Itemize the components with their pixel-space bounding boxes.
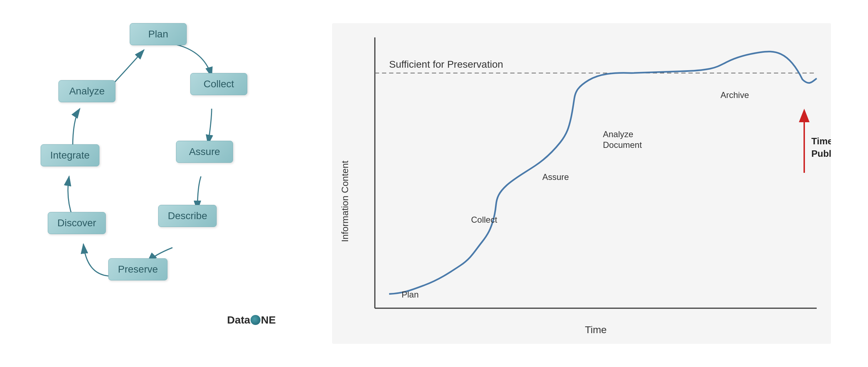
node-integrate-label: Integrate bbox=[50, 150, 90, 161]
node-analyze-label: Analyze bbox=[69, 86, 105, 97]
dataone-data-text: Data bbox=[227, 314, 250, 326]
node-analyze: Analyze bbox=[58, 80, 115, 102]
cycle-arrows bbox=[37, 12, 286, 355]
step-label-analyze: Analyze bbox=[603, 129, 633, 139]
step-label-assure: Assure bbox=[542, 172, 569, 182]
node-describe: Describe bbox=[158, 205, 217, 227]
node-discover-label: Discover bbox=[57, 217, 96, 228]
cycle-diagram: Plan Collect Assure Describe Preserve Di… bbox=[37, 12, 286, 355]
x-axis-label: Time bbox=[585, 324, 606, 335]
node-assure-label: Assure bbox=[189, 146, 220, 157]
publication-label: Publication bbox=[811, 148, 831, 159]
sufficient-label: Sufficient for Preservation bbox=[389, 59, 503, 70]
node-preserve-label: Preserve bbox=[118, 264, 158, 275]
y-axis-label: Information Content bbox=[340, 160, 350, 242]
dataone-one-text: NE bbox=[261, 314, 276, 326]
node-collect-label: Collect bbox=[203, 78, 234, 89]
step-label-collect: Collect bbox=[471, 215, 497, 224]
information-content-chart: Sufficient for Preservation Information … bbox=[332, 23, 831, 344]
node-integrate: Integrate bbox=[41, 144, 99, 166]
step-label-plan: Plan bbox=[402, 290, 419, 299]
dataone-globe-icon bbox=[250, 315, 260, 325]
node-collect: Collect bbox=[190, 73, 247, 95]
node-preserve: Preserve bbox=[108, 258, 167, 280]
dataone-logo: DataNE bbox=[227, 314, 276, 326]
node-assure: Assure bbox=[176, 141, 233, 163]
node-plan-label: Plan bbox=[148, 29, 168, 40]
node-describe-label: Describe bbox=[168, 210, 207, 221]
step-label-document: Document bbox=[603, 140, 642, 150]
time-of-label: Time of bbox=[811, 136, 831, 146]
node-discover: Discover bbox=[48, 212, 106, 234]
node-plan: Plan bbox=[130, 23, 187, 45]
chart-svg: Sufficient for Preservation Information … bbox=[332, 23, 831, 344]
step-label-archive: Archive bbox=[720, 90, 749, 100]
